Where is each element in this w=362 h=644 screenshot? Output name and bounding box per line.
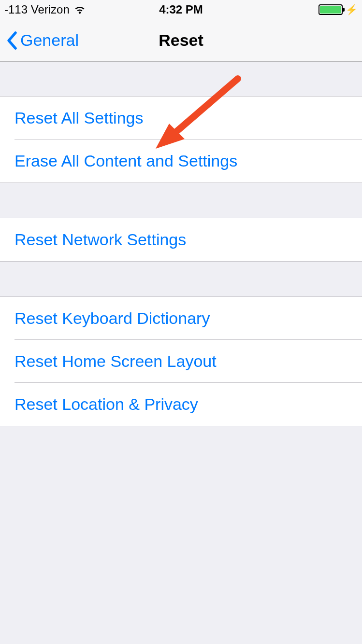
charging-icon: ⚡ [346, 5, 358, 14]
status-left: -113 Verizon [4, 3, 86, 16]
status-right: ⚡ [319, 4, 358, 15]
group-spacer [0, 262, 362, 296]
back-label: General [20, 31, 79, 50]
erase-all-content-row[interactable]: Erase All Content and Settings [0, 140, 362, 182]
chevron-left-icon [6, 31, 17, 50]
wifi-icon [73, 5, 86, 14]
page-title: Reset [159, 31, 203, 50]
reset-all-settings-row[interactable]: Reset All Settings [0, 97, 362, 140]
row-label: Reset Network Settings [14, 230, 186, 249]
reset-location-privacy-row[interactable]: Reset Location & Privacy [0, 383, 362, 426]
status-bar: -113 Verizon 4:32 PM ⚡ [0, 0, 362, 19]
signal-text: -113 Verizon [4, 3, 70, 16]
reset-keyboard-row[interactable]: Reset Keyboard Dictionary [0, 297, 362, 340]
reset-group-2: Reset Network Settings [0, 218, 362, 262]
status-time: 4:32 PM [159, 3, 203, 16]
row-label: Reset All Settings [14, 109, 143, 127]
reset-home-screen-row[interactable]: Reset Home Screen Layout [0, 340, 362, 383]
battery-icon [319, 4, 343, 15]
reset-group-3: Reset Keyboard Dictionary Reset Home Scr… [0, 296, 362, 426]
group-spacer [0, 62, 362, 96]
row-label: Reset Location & Privacy [14, 395, 198, 414]
nav-bar: General Reset [0, 19, 362, 62]
reset-network-row[interactable]: Reset Network Settings [0, 218, 362, 261]
back-button[interactable]: General [0, 31, 79, 50]
battery-fill [320, 6, 341, 14]
row-label: Reset Home Screen Layout [14, 352, 217, 371]
group-spacer [0, 183, 362, 218]
row-label: Erase All Content and Settings [14, 152, 237, 170]
row-label: Reset Keyboard Dictionary [14, 309, 210, 328]
reset-group-1: Reset All Settings Erase All Content and… [0, 96, 362, 183]
